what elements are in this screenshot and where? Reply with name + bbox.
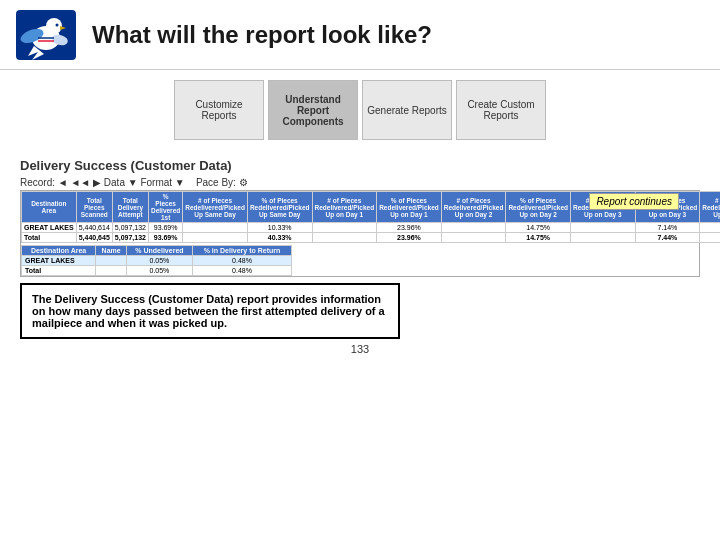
small-pct-undelivered-total: 0.05% [127, 266, 193, 276]
cell-total-num-day4 [700, 233, 720, 243]
col-header-pct-day1: % of PiecesRedelivered/PickedUp on Day 1 [377, 192, 442, 223]
cell-total-pct-day1: 23.96% [377, 233, 442, 243]
report-continues-badge: Report continues [589, 193, 679, 210]
page-header: What will the report look like? [0, 0, 720, 70]
cell-gl-num-day4 [700, 223, 720, 233]
cell-total-num-day2 [441, 233, 506, 243]
cell-total-num-same-day [183, 233, 248, 243]
cell-gl-pct-delivered: 93.69% [148, 223, 182, 233]
report-title: Delivery Success (Customer Data) [20, 158, 700, 173]
cell-total-pct-same-day: 40.33% [247, 233, 312, 243]
small-pct-return-total: 0.48% [192, 266, 291, 276]
col-header-pct-delivered: %PiecesDelivered1st [148, 192, 182, 223]
nav-step-generate-label: Generate Reports [367, 105, 447, 116]
table-row: GREAT LAKES 0.05% 0.48% [22, 256, 292, 266]
small-name-total [96, 266, 127, 276]
cell-gl-pct-same-day: 10.33% [247, 223, 312, 233]
small-dest-total: Total [22, 266, 96, 276]
cell-gl-num-day1 [312, 223, 377, 233]
col-header-num-same-day: # of PiecesRedelivered/PickedUp Same Day [183, 192, 248, 223]
page-number: 133 [20, 343, 700, 355]
cell-gl-num-same-day [183, 223, 248, 233]
page-title: What will the report look like? [92, 21, 432, 49]
report-controls: Record: ◄ ◄◄ ▶ Data ▼ Format ▼ Pace By: … [20, 177, 700, 188]
cell-gl-num-day3 [571, 223, 636, 233]
small-dest-gl: GREAT LAKES [22, 256, 96, 266]
cell-total-num-day1 [312, 233, 377, 243]
svg-point-2 [46, 18, 62, 34]
small-col-pct-undelivered: % Undelivered [127, 246, 193, 256]
small-pct-undelivered-gl: 0.05% [127, 256, 193, 266]
description-box: The Delivery Success (Customer Data) rep… [20, 283, 400, 339]
main-content: Delivery Success (Customer Data) Record:… [0, 150, 720, 363]
small-col-dest: Destination Area [22, 246, 96, 256]
col-header-total-delivery: TotalDeliveryAttempt [112, 192, 148, 223]
dest-great-lakes: GREAT LAKES [22, 223, 77, 233]
dest-total: Total [22, 233, 77, 243]
col-header-total-pieces: TotalPiecesScanned [76, 192, 112, 223]
nav-step-customize-label: Customize Reports [179, 99, 259, 121]
col-header-pct-day2: % of PiecesRedelivered/PickedUp on Day 2 [506, 192, 571, 223]
cell-total-delivery-attempt: 5,097,132 [112, 233, 148, 243]
cell-gl-pct-day3: 7.14% [635, 223, 700, 233]
nav-step-create-label: Create Custom Reports [461, 99, 541, 121]
nav-step-understand-label: Understand Report Components [273, 94, 353, 127]
small-data-table: Destination Area Name % Undelivered % in… [21, 245, 292, 276]
cell-total-pct-day3: 7.44% [635, 233, 700, 243]
col-header-num-day1: # of PiecesRedelivered/PickedUp on Day 1 [312, 192, 377, 223]
nav-step-customize[interactable]: Customize Reports [174, 80, 264, 140]
pace-icon[interactable]: ⚙ [239, 177, 248, 188]
col-header-pct-same-day: % of PiecesRedelivered/PickedUp Same Day [247, 192, 312, 223]
report-container: Report continues DestinationArea TotalPi… [20, 190, 700, 277]
pace-label: Pace By: [196, 177, 236, 188]
cell-total-pct-delivered: 93.69% [148, 233, 182, 243]
table-row: GREAT LAKES 5,440,614 5,097,132 93.69% 1… [22, 223, 721, 233]
cell-gl-pct-day2: 14.75% [506, 223, 571, 233]
table-row: Total 5,440,645 5,097,132 93.69% 40.33% … [22, 233, 721, 243]
small-col-name: Name [96, 246, 127, 256]
svg-point-4 [56, 23, 59, 26]
cell-gl-pct-day1: 23.96% [377, 223, 442, 233]
nav-step-understand[interactable]: Understand Report Components [268, 80, 358, 140]
col-header-num-day2: # of PiecesRedelivered/PickedUp on Day 2 [441, 192, 506, 223]
cell-gl-num-day2 [441, 223, 506, 233]
col-header-dest: DestinationArea [22, 192, 77, 223]
small-pct-return-gl: 0.48% [192, 256, 291, 266]
small-col-pct-return: % in Delivery to Return [192, 246, 291, 256]
cell-total-pct-day2: 14.75% [506, 233, 571, 243]
cell-total-num-day3 [571, 233, 636, 243]
nav-steps-container: Customize Reports Understand Report Comp… [0, 70, 720, 150]
cell-gl-delivery-attempt: 5,097,132 [112, 223, 148, 233]
usps-logo [16, 10, 76, 60]
cell-total-total-pieces: 5,440,645 [76, 233, 112, 243]
table-row: Total 0.05% 0.48% [22, 266, 292, 276]
cell-gl-total-pieces: 5,440,614 [76, 223, 112, 233]
col-header-num-day4: # of PiecesRedelivered/PickedUp on Day 4 [700, 192, 720, 223]
description-text: The Delivery Success (Customer Data) rep… [32, 293, 385, 329]
nav-step-create[interactable]: Create Custom Reports [456, 80, 546, 140]
small-name-gl [96, 256, 127, 266]
nav-step-generate[interactable]: Generate Reports [362, 80, 452, 140]
record-controls: Record: ◄ ◄◄ ▶ Data ▼ Format ▼ [20, 177, 185, 188]
